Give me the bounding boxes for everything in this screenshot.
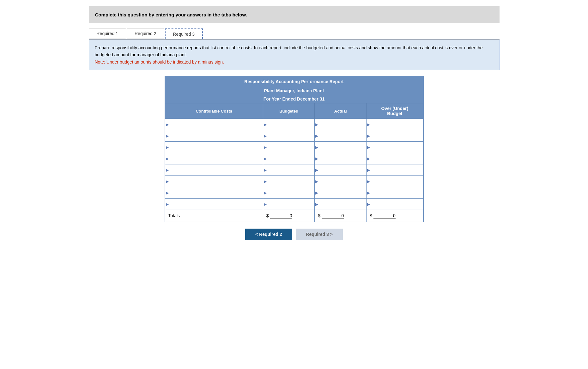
actual-cell-6[interactable]: ▶: [315, 176, 367, 187]
cost-name-cell-1[interactable]: ▶: [165, 119, 263, 130]
actual-cell-4[interactable]: ▶: [315, 153, 367, 164]
cost-name-cell-6[interactable]: ▶: [165, 176, 263, 187]
cost-name-input-3[interactable]: [170, 142, 263, 153]
budgeted-input-4[interactable]: [268, 153, 315, 164]
actual-input-1[interactable]: [319, 119, 366, 130]
arrow-icon-b2: ▶: [263, 134, 267, 138]
budgeted-cell-4[interactable]: ▶: [263, 153, 315, 164]
actual-cell-5[interactable]: ▶: [315, 164, 367, 176]
cost-name-cell-4[interactable]: ▶: [165, 153, 263, 164]
arrow-icon-o3: ▶: [367, 145, 370, 150]
totals-actual-cell[interactable]: $: [315, 210, 367, 222]
over-under-cell-3[interactable]: ▶: [367, 142, 423, 153]
budgeted-cell-5[interactable]: ▶: [263, 164, 315, 176]
budgeted-input-2[interactable]: [268, 130, 315, 141]
budgeted-cell-3[interactable]: ▶: [263, 142, 315, 153]
table-title-row: Responsibility Accounting Performance Re…: [165, 76, 423, 87]
cost-name-input-4[interactable]: [170, 153, 263, 164]
cost-name-cell-2[interactable]: ▶: [165, 130, 263, 142]
table-row: ▶ ▶ ▶: [165, 153, 423, 164]
budgeted-cell-2[interactable]: ▶: [263, 130, 315, 142]
over-under-input-6[interactable]: [371, 176, 423, 187]
over-under-input-7[interactable]: [371, 187, 423, 198]
info-note: Note: Under budget amounts should be ind…: [95, 59, 224, 65]
actual-input-6[interactable]: [319, 176, 366, 187]
actual-cell-2[interactable]: ▶: [315, 130, 367, 142]
cost-name-input-6[interactable]: [170, 176, 263, 187]
budgeted-cell-7[interactable]: ▶: [263, 187, 315, 199]
actual-input-4[interactable]: [319, 153, 366, 164]
over-under-input-3[interactable]: [371, 142, 423, 153]
totals-actual-input[interactable]: [322, 213, 344, 218]
next-button[interactable]: Required 3 >: [296, 229, 343, 240]
table-subtitle1-row: Plant Manager, Indiana Plant: [165, 87, 423, 95]
col-header-row: Controllable Costs Budgeted Actual Over …: [165, 103, 423, 119]
over-under-cell-1[interactable]: ▶: [367, 119, 423, 130]
cost-name-input-8[interactable]: [170, 199, 263, 210]
arrow-icon-a7: ▶: [315, 191, 318, 195]
over-under-cell-6[interactable]: ▶: [367, 176, 423, 187]
cost-name-cell-5[interactable]: ▶: [165, 164, 263, 176]
over-under-cell-5[interactable]: ▶: [367, 164, 423, 176]
table-title: Responsibility Accounting Performance Re…: [165, 76, 423, 87]
over-under-cell-8[interactable]: ▶: [367, 199, 423, 210]
over-under-input-5[interactable]: [371, 164, 423, 175]
budgeted-input-6[interactable]: [268, 176, 315, 187]
actual-input-2[interactable]: [319, 130, 366, 141]
table-row: ▶ ▶ ▶: [165, 187, 423, 199]
totals-over-under-cell[interactable]: $: [367, 210, 423, 222]
budgeted-cell-6[interactable]: ▶: [263, 176, 315, 187]
cost-name-cell-7[interactable]: ▶: [165, 187, 263, 199]
tab-required1[interactable]: Required 1: [89, 28, 126, 39]
cost-name-input-1[interactable]: [170, 119, 263, 130]
col-header-costs: Controllable Costs: [165, 103, 263, 119]
over-under-input-1[interactable]: [371, 119, 423, 130]
actual-cell-7[interactable]: ▶: [315, 187, 367, 199]
table-row: ▶ ▶ ▶: [165, 199, 423, 210]
tabs-container: Required 1 Required 2 Required 3: [89, 28, 500, 40]
over-under-cell-7[interactable]: ▶: [367, 187, 423, 199]
over-under-input-4[interactable]: [371, 153, 423, 164]
arrow-icon-b5: ▶: [263, 168, 267, 172]
arrow-icon-a6: ▶: [315, 179, 318, 184]
over-under-cell-4[interactable]: ▶: [367, 153, 423, 164]
cost-name-input-5[interactable]: [170, 164, 263, 175]
budgeted-input-7[interactable]: [268, 187, 315, 198]
budgeted-input-5[interactable]: [268, 164, 315, 175]
arrow-icon-8: ▶: [165, 202, 169, 206]
instruction-bar: Complete this question by entering your …: [89, 6, 500, 23]
tabs-row: Required 1 Required 2 Required 3: [89, 28, 500, 40]
cost-name-cell-3[interactable]: ▶: [165, 142, 263, 153]
cost-name-input-2[interactable]: [170, 130, 263, 141]
prev-button[interactable]: < Required 2: [245, 229, 292, 240]
budgeted-input-3[interactable]: [268, 142, 315, 153]
cost-name-input-7[interactable]: [170, 187, 263, 198]
actual-input-7[interactable]: [319, 187, 366, 198]
totals-budgeted-cell[interactable]: $: [263, 210, 315, 222]
totals-over-under-input[interactable]: [373, 213, 396, 218]
arrow-icon-7: ▶: [165, 191, 169, 195]
actual-cell-1[interactable]: ▶: [315, 119, 367, 130]
over-under-cell-2[interactable]: ▶: [367, 130, 423, 142]
arrow-icon-a1: ▶: [315, 122, 318, 127]
tab-required2[interactable]: Required 2: [127, 28, 164, 39]
budgeted-input-1[interactable]: [268, 119, 315, 130]
actual-input-5[interactable]: [319, 164, 366, 175]
table-container: Responsibility Accounting Performance Re…: [165, 76, 424, 240]
navigation-buttons: < Required 2 Required 3 >: [165, 229, 424, 240]
budgeted-input-8[interactable]: [268, 199, 315, 210]
actual-cell-8[interactable]: ▶: [315, 199, 367, 210]
budgeted-cell-8[interactable]: ▶: [263, 199, 315, 210]
budgeted-cell-1[interactable]: ▶: [263, 119, 315, 130]
over-under-input-8[interactable]: [371, 199, 423, 210]
actual-cell-3[interactable]: ▶: [315, 142, 367, 153]
cost-name-cell-8[interactable]: ▶: [165, 199, 263, 210]
arrow-icon-o4: ▶: [367, 157, 370, 161]
arrow-icon-6: ▶: [165, 179, 169, 184]
actual-input-3[interactable]: [319, 142, 366, 153]
table-row: ▶ ▶ ▶: [165, 130, 423, 142]
over-under-input-2[interactable]: [371, 130, 423, 141]
totals-budgeted-input[interactable]: [270, 213, 292, 218]
actual-input-8[interactable]: [319, 199, 366, 210]
tab-required3[interactable]: Required 3: [165, 28, 203, 39]
